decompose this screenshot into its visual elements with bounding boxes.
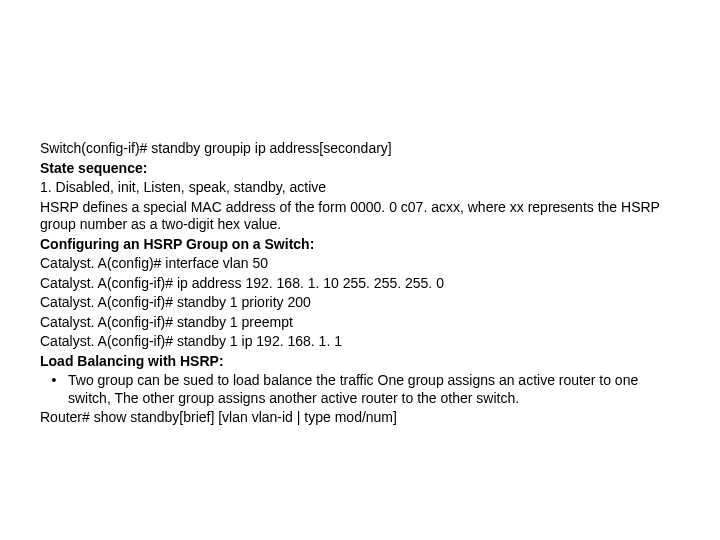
bullet-dot-icon: • [40,372,68,390]
heading-configuring-hsrp: Configuring an HSRP Group on a Switch: [40,236,680,254]
cmd-standby-priority: Catalyst. A(config-if)# standby 1 priori… [40,294,680,312]
cmd-standby-groupip: Switch(config-if)# standby groupip ip ad… [40,140,680,158]
heading-state-sequence: State sequence: [40,160,680,178]
slide-content: Switch(config-if)# standby groupip ip ad… [0,0,720,540]
bullet-load-balancing: • Two group can be sued to load balance … [40,372,680,407]
cmd-ip-address: Catalyst. A(config-if)# ip address 192. … [40,275,680,293]
cmd-standby-preempt: Catalyst. A(config-if)# standby 1 preemp… [40,314,680,332]
cmd-show-standby: Router# show standby[brief] [vlan vlan-i… [40,409,680,427]
cmd-standby-ip: Catalyst. A(config-if)# standby 1 ip 192… [40,333,680,351]
cmd-interface-vlan: Catalyst. A(config)# interface vlan 50 [40,255,680,273]
heading-load-balancing: Load Balancing with HSRP: [40,353,680,371]
list-state-sequence: 1. Disabled, init, Listen, speak, standb… [40,179,680,197]
bullet-load-balancing-text: Two group can be sued to load balance th… [68,372,680,407]
text-mac-explain: HSRP defines a special MAC address of th… [40,199,680,234]
